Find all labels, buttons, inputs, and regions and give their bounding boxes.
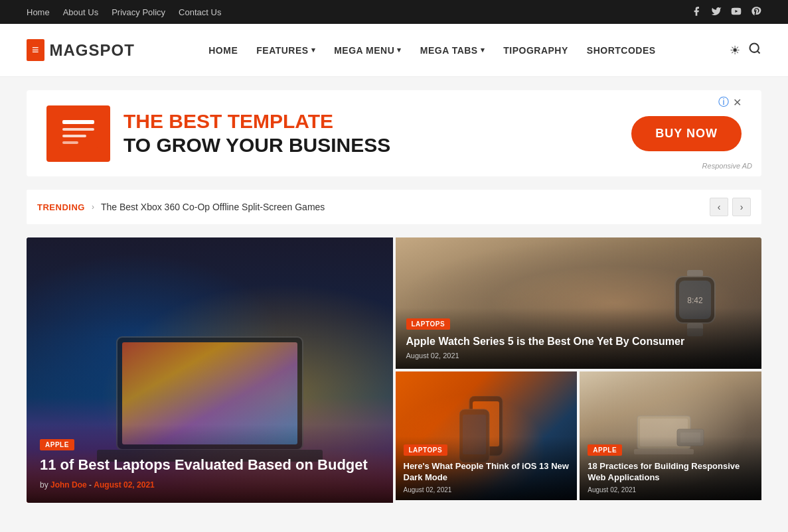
buy-now-button[interactable]: BUY NOW [631, 116, 742, 151]
top-right-content: LAPTOPS Apple Watch Series 5 is the Best… [396, 308, 762, 369]
bottom-left-content: LAPTOPS Here's What People Think of iOS … [396, 436, 578, 500]
bottom-left-card[interactable]: LAPTOPS Here's What People Think of iOS … [396, 371, 578, 500]
trending-prev-button[interactable]: ‹ [710, 198, 728, 216]
bottom-right-card[interactable]: APPLE 18 Practices for Building Responsi… [580, 371, 761, 500]
ad-info: ⓘ ✕ [718, 96, 742, 109]
trending-bar: TRENDING › The Best Xbox 360 Co-Op Offli… [27, 190, 761, 224]
bottom-right-title: 18 Practices for Building Responsive Web… [588, 461, 753, 484]
svg-rect-7 [62, 141, 78, 144]
nav-typography[interactable]: TIPOGRAPHY [503, 45, 568, 56]
ad-headline: THE BEST TEMPLATE [123, 109, 390, 133]
nav-mega-menu[interactable]: MEGA MENU [334, 45, 402, 56]
social-icons [691, 6, 761, 19]
trending-next-button[interactable]: › [732, 198, 751, 216]
nav-contact[interactable]: Contact Us [179, 7, 221, 17]
trending-left: TRENDING › The Best Xbox 360 Co-Op Offli… [37, 202, 325, 212]
right-grid: 8:42 LAPTOPS Apple Watch Series 5 is the… [396, 237, 762, 503]
featured-large-meta: by John Doe - August 02, 2021 [40, 480, 380, 490]
trending-label: TRENDING [37, 202, 85, 212]
responsive-ad-label: Responsive AD [702, 162, 752, 170]
featured-large-content: APPLE 11 of Best Laptops Evaluated Based… [27, 425, 393, 503]
pinterest-icon[interactable] [751, 6, 761, 19]
ad-text: THE BEST TEMPLATE TO GROW YOUR BUSINESS [123, 109, 390, 157]
nav-shortcodes[interactable]: SHORTCODES [587, 45, 656, 56]
svg-rect-4 [62, 120, 94, 124]
header-right: ☀ [730, 42, 761, 58]
featured-grid: APPLE 11 of Best Laptops Evaluated Based… [27, 237, 761, 503]
ad-left: THE BEST TEMPLATE TO GROW YOUR BUSINESS [46, 105, 390, 162]
svg-rect-5 [62, 128, 94, 131]
logo-text: MAGSPOT [50, 41, 135, 60]
trending-text: The Best Xbox 360 Co-Op Offline Split-Sc… [101, 202, 325, 212]
bottom-right-grid: LAPTOPS Here's What People Think of iOS … [396, 371, 762, 503]
logo-icon: ≡ [27, 39, 44, 61]
nav-mega-tabs[interactable]: MEGA TABS [420, 45, 485, 56]
ad-logo-box [46, 105, 110, 162]
ad-close-icon[interactable]: ✕ [733, 96, 742, 109]
top-bar-links: Home About Us Privacy Policy Contact Us [27, 7, 221, 17]
svg-point-1 [749, 44, 758, 52]
featured-large-card[interactable]: APPLE 11 of Best Laptops Evaluated Based… [27, 237, 393, 503]
svg-text:8:42: 8:42 [687, 296, 703, 305]
theme-toggle-icon[interactable]: ☀ [730, 43, 740, 58]
main-nav: HOME FEATURES MEGA MENU MEGA TABS TIPOGR… [208, 45, 655, 56]
featured-large-category: APPLE [40, 439, 74, 450]
top-bar: Home About Us Privacy Policy Contact Us [0, 0, 788, 24]
top-right-card[interactable]: 8:42 LAPTOPS Apple Watch Series 5 is the… [396, 237, 762, 369]
bottom-right-content: APPLE 18 Practices for Building Responsi… [580, 436, 761, 500]
top-right-title: Apple Watch Series 5 is the Best One Yet… [406, 335, 751, 349]
header: ≡ MAGSPOT HOME FEATURES MEGA MENU MEGA T… [0, 24, 788, 77]
nav-features[interactable]: FEATURES [256, 45, 315, 56]
youtube-icon[interactable] [731, 6, 742, 19]
svg-line-2 [757, 51, 760, 54]
nav-home[interactable]: Home [27, 7, 50, 17]
nav-about[interactable]: About Us [63, 7, 98, 17]
facebook-icon[interactable] [691, 6, 702, 19]
top-right-category: LAPTOPS [406, 318, 451, 330]
trending-arrow: › [92, 202, 94, 212]
bottom-right-date: August 02, 2021 [588, 486, 753, 494]
nav-home[interactable]: HOME [208, 45, 238, 56]
top-right-date: August 02, 2021 [406, 352, 751, 360]
nav-privacy[interactable]: Privacy Policy [112, 7, 165, 17]
ad-banner: ⓘ ✕ THE BEST TEMPLATE TO GROW YOUR BUSIN… [27, 90, 761, 176]
logo[interactable]: ≡ MAGSPOT [27, 39, 135, 61]
ad-subheadline: TO GROW YOUR BUSINESS [123, 133, 390, 157]
bottom-left-category: LAPTOPS [404, 444, 448, 456]
bottom-left-title: Here's What People Think of iOS 13 New D… [404, 461, 570, 484]
svg-rect-11 [687, 270, 703, 277]
ad-info-icon[interactable]: ⓘ [718, 96, 729, 109]
trending-navigation: ‹ › [710, 198, 751, 216]
featured-large-title: 11 of Best Laptops Evaluated Based on Bu… [40, 456, 380, 475]
svg-rect-6 [62, 135, 86, 137]
main-content: APPLE 11 of Best Laptops Evaluated Based… [27, 237, 761, 503]
search-icon[interactable] [748, 42, 761, 58]
bottom-left-date: August 02, 2021 [404, 486, 570, 494]
twitter-icon[interactable] [711, 6, 722, 19]
bottom-right-category: APPLE [588, 444, 622, 456]
